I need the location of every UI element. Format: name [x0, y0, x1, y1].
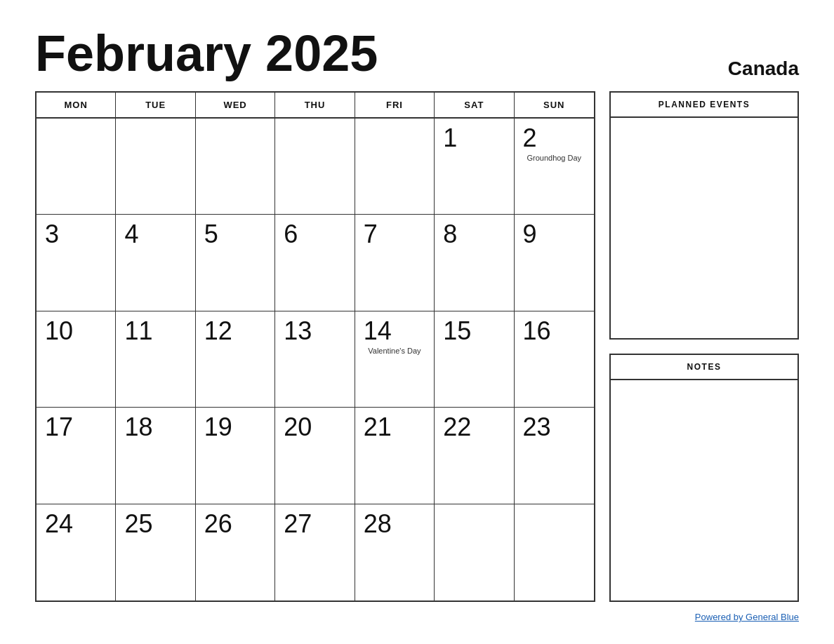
day-cell-empty-6 [435, 504, 514, 601]
day-header-sun: SUN [515, 93, 594, 117]
calendar-header: MON TUE WED THU FRI SAT SUN [37, 93, 594, 119]
day-cell-16: 16 [515, 311, 594, 408]
day-number: 7 [364, 222, 425, 247]
day-number: 16 [523, 318, 585, 344]
day-cell-27: 27 [275, 504, 355, 601]
day-cell-empty-3 [196, 119, 275, 215]
day-cell-3: 3 [37, 215, 116, 311]
day-cell-25: 25 [116, 504, 195, 601]
day-number: 10 [45, 318, 107, 344]
day-header-tue: TUE [116, 93, 195, 117]
day-cell-12: 12 [196, 311, 275, 408]
day-number: 13 [284, 318, 345, 344]
day-number: 12 [204, 318, 266, 344]
day-cell-1: 1 [435, 119, 514, 215]
day-cell-8: 8 [435, 215, 514, 311]
day-number: 22 [443, 415, 505, 440]
day-event: Groundhog Day [523, 154, 585, 163]
planned-events-content [611, 118, 797, 338]
day-number: 5 [204, 222, 266, 247]
day-number: 15 [443, 318, 505, 344]
notes-box: NOTES [609, 354, 799, 602]
day-number: 3 [45, 222, 107, 247]
day-header-fri: FRI [355, 93, 435, 117]
day-number: 21 [364, 415, 425, 440]
page: February 2025 Canada MON TUE WED THU FRI… [0, 0, 834, 644]
day-cell-5: 5 [196, 215, 275, 311]
day-cell-4: 4 [116, 215, 195, 311]
day-number: 4 [124, 222, 186, 247]
day-cell-19: 19 [196, 408, 275, 504]
day-number: 28 [364, 511, 425, 537]
day-number: 18 [124, 415, 186, 440]
day-header-wed: WED [196, 93, 275, 117]
day-number: 8 [443, 222, 505, 247]
day-number: 17 [45, 415, 107, 440]
day-cell-21: 21 [355, 408, 435, 504]
day-number: 27 [284, 511, 345, 537]
day-number: 6 [284, 222, 345, 247]
planned-events-box: PLANNED EVENTS [609, 91, 799, 340]
day-cell-9: 9 [515, 215, 594, 311]
notes-header: NOTES [611, 355, 797, 380]
day-cell-11: 11 [116, 311, 195, 408]
day-cell-empty-7 [515, 504, 594, 601]
day-number: 26 [204, 511, 266, 537]
day-cell-7: 7 [355, 215, 435, 311]
day-number: 9 [523, 222, 585, 247]
day-cell-15: 15 [435, 311, 514, 408]
day-cell-20: 20 [275, 408, 355, 504]
calendar: MON TUE WED THU FRI SAT SUN 1 2 [35, 91, 595, 602]
planned-events-header: PLANNED EVENTS [611, 93, 797, 118]
day-header-thu: THU [275, 93, 355, 117]
day-number: 11 [124, 318, 186, 344]
day-cell-empty-1 [37, 119, 116, 215]
day-cell-6: 6 [275, 215, 355, 311]
day-cell-14: 14 Valentine's Day [355, 311, 435, 408]
day-cell-18: 18 [116, 408, 195, 504]
day-cell-22: 22 [435, 408, 514, 504]
day-cell-23: 23 [515, 408, 594, 504]
day-number: 1 [443, 126, 505, 151]
day-cell-empty-4 [275, 119, 355, 215]
day-header-sat: SAT [435, 93, 514, 117]
sidebar: PLANNED EVENTS NOTES [609, 91, 799, 602]
country-title: Canada [728, 59, 799, 79]
day-cell-2: 2 Groundhog Day [515, 119, 594, 215]
month-year-title: February 2025 [35, 28, 378, 79]
day-number: 25 [124, 511, 186, 537]
day-cell-24: 24 [37, 504, 116, 601]
header: February 2025 Canada [35, 28, 799, 79]
calendar-body: 1 2 Groundhog Day 3 4 5 6 [37, 119, 594, 601]
day-event: Valentine's Day [364, 347, 425, 356]
day-cell-28: 28 [355, 504, 435, 601]
day-number: 23 [523, 415, 585, 440]
day-cell-26: 26 [196, 504, 275, 601]
day-cell-empty-5 [355, 119, 435, 215]
day-cell-13: 13 [275, 311, 355, 408]
day-cell-17: 17 [37, 408, 116, 504]
day-cell-empty-2 [116, 119, 195, 215]
day-header-mon: MON [37, 93, 116, 117]
main-content: MON TUE WED THU FRI SAT SUN 1 2 [35, 91, 799, 602]
footer: Powered by General Blue [35, 610, 799, 623]
day-number: 19 [204, 415, 266, 440]
day-number: 20 [284, 415, 345, 440]
day-number: 2 [523, 126, 585, 151]
day-number: 24 [45, 511, 107, 537]
day-cell-10: 10 [37, 311, 116, 408]
notes-content [611, 380, 797, 601]
day-number: 14 [364, 318, 425, 344]
powered-by-link[interactable]: Powered by General Blue [695, 612, 799, 622]
